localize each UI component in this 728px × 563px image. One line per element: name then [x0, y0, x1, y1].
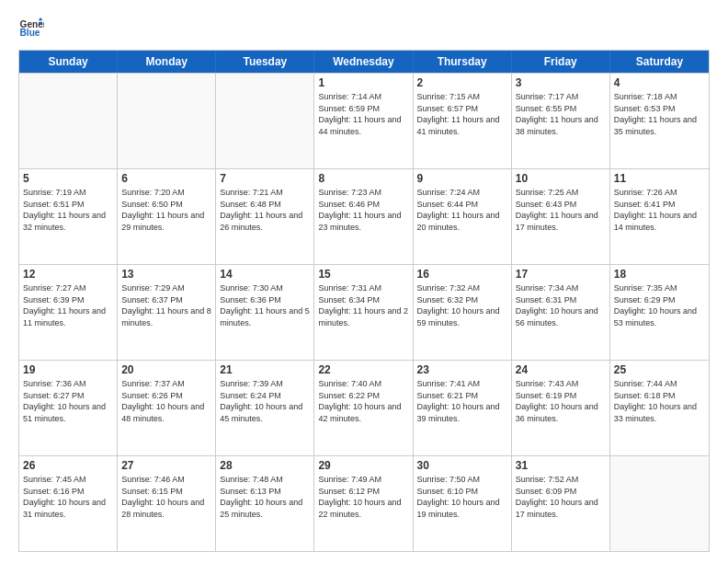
cal-cell-2-4: 16 Sunrise: 7:32 AMSunset: 6:32 PMDaylig… — [414, 265, 512, 360]
cell-info: Sunrise: 7:41 AMSunset: 6:21 PMDaylight:… — [417, 378, 507, 424]
header-thursday: Thursday — [414, 51, 512, 73]
header-monday: Monday — [118, 51, 216, 73]
cal-row-2: 12 Sunrise: 7:27 AMSunset: 6:39 PMDaylig… — [19, 264, 709, 360]
cal-cell-4-5: 31 Sunrise: 7:52 AMSunset: 6:09 PMDaylig… — [512, 456, 610, 551]
cell-info: Sunrise: 7:26 AMSunset: 6:41 PMDaylight:… — [614, 187, 705, 233]
cell-info: Sunrise: 7:44 AMSunset: 6:18 PMDaylight:… — [614, 378, 705, 424]
cell-info: Sunrise: 7:40 AMSunset: 6:22 PMDaylight:… — [318, 378, 408, 424]
day-number: 26 — [23, 459, 113, 472]
day-number: 16 — [417, 268, 507, 281]
header-saturday: Saturday — [610, 51, 709, 73]
day-number: 10 — [516, 172, 606, 185]
cal-cell-4-2: 28 Sunrise: 7:48 AMSunset: 6:13 PMDaylig… — [216, 456, 314, 551]
cell-info: Sunrise: 7:21 AMSunset: 6:48 PMDaylight:… — [220, 187, 310, 233]
day-number: 24 — [516, 363, 606, 376]
cal-cell-3-5: 24 Sunrise: 7:43 AMSunset: 6:19 PMDaylig… — [512, 361, 610, 455]
cell-info: Sunrise: 7:19 AMSunset: 6:51 PMDaylight:… — [23, 187, 113, 233]
day-number: 3 — [516, 76, 606, 89]
cell-info: Sunrise: 7:32 AMSunset: 6:32 PMDaylight:… — [417, 282, 507, 328]
cell-info: Sunrise: 7:24 AMSunset: 6:44 PMDaylight:… — [417, 187, 507, 233]
cal-cell-1-2: 7 Sunrise: 7:21 AMSunset: 6:48 PMDayligh… — [216, 169, 314, 264]
cal-cell-0-2 — [216, 74, 314, 168]
cal-cell-4-4: 30 Sunrise: 7:50 AMSunset: 6:10 PMDaylig… — [414, 456, 512, 551]
header-friday: Friday — [512, 51, 610, 73]
cal-cell-1-5: 10 Sunrise: 7:25 AMSunset: 6:43 PMDaylig… — [512, 169, 610, 264]
cal-cell-2-6: 18 Sunrise: 7:35 AMSunset: 6:29 PMDaylig… — [610, 265, 709, 360]
day-number: 14 — [220, 268, 310, 281]
cell-info: Sunrise: 7:34 AMSunset: 6:31 PMDaylight:… — [516, 282, 606, 328]
day-number: 15 — [318, 268, 408, 281]
day-number: 8 — [318, 172, 408, 185]
cal-cell-3-2: 21 Sunrise: 7:39 AMSunset: 6:24 PMDaylig… — [216, 361, 314, 455]
day-number: 18 — [614, 268, 705, 281]
cell-info: Sunrise: 7:18 AMSunset: 6:53 PMDaylight:… — [614, 91, 705, 137]
cell-info: Sunrise: 7:39 AMSunset: 6:24 PMDaylight:… — [220, 378, 310, 424]
day-number: 31 — [516, 459, 606, 472]
logo-icon: General Blue — [18, 15, 44, 40]
cal-cell-0-3: 1 Sunrise: 7:14 AMSunset: 6:59 PMDayligh… — [314, 74, 413, 168]
cal-cell-2-0: 12 Sunrise: 7:27 AMSunset: 6:39 PMDaylig… — [19, 265, 118, 360]
cal-cell-1-6: 11 Sunrise: 7:26 AMSunset: 6:41 PMDaylig… — [610, 169, 709, 264]
cal-row-4: 26 Sunrise: 7:45 AMSunset: 6:16 PMDaylig… — [19, 455, 709, 551]
day-number: 1 — [318, 76, 408, 89]
cell-info: Sunrise: 7:48 AMSunset: 6:13 PMDaylight:… — [220, 474, 310, 520]
day-number: 21 — [220, 363, 310, 376]
calendar-header: Sunday Monday Tuesday Wednesday Thursday… — [19, 51, 709, 73]
day-number: 23 — [417, 363, 507, 376]
day-number: 7 — [220, 172, 310, 185]
day-number: 29 — [318, 459, 408, 472]
header-tuesday: Tuesday — [216, 51, 314, 73]
cell-info: Sunrise: 7:23 AMSunset: 6:46 PMDaylight:… — [318, 187, 408, 233]
cal-cell-1-1: 6 Sunrise: 7:20 AMSunset: 6:50 PMDayligh… — [118, 169, 216, 264]
cell-info: Sunrise: 7:17 AMSunset: 6:55 PMDaylight:… — [516, 91, 606, 137]
cal-cell-1-4: 9 Sunrise: 7:24 AMSunset: 6:44 PMDayligh… — [414, 169, 512, 264]
cal-cell-1-3: 8 Sunrise: 7:23 AMSunset: 6:46 PMDayligh… — [314, 169, 413, 264]
cal-cell-0-5: 3 Sunrise: 7:17 AMSunset: 6:55 PMDayligh… — [512, 74, 610, 168]
day-number: 17 — [516, 268, 606, 281]
cell-info: Sunrise: 7:43 AMSunset: 6:19 PMDaylight:… — [516, 378, 606, 424]
header: General Blue — [18, 15, 710, 40]
cell-info: Sunrise: 7:31 AMSunset: 6:34 PMDaylight:… — [318, 282, 408, 328]
header-sunday: Sunday — [19, 51, 118, 73]
cell-info: Sunrise: 7:50 AMSunset: 6:10 PMDaylight:… — [417, 474, 507, 520]
cell-info: Sunrise: 7:29 AMSunset: 6:37 PMDaylight:… — [121, 282, 211, 328]
calendar-body: 1 Sunrise: 7:14 AMSunset: 6:59 PMDayligh… — [19, 73, 709, 551]
cell-info: Sunrise: 7:25 AMSunset: 6:43 PMDaylight:… — [516, 187, 606, 233]
cell-info: Sunrise: 7:27 AMSunset: 6:39 PMDaylight:… — [23, 282, 113, 328]
day-number: 13 — [121, 268, 211, 281]
cal-row-3: 19 Sunrise: 7:36 AMSunset: 6:27 PMDaylig… — [19, 360, 709, 455]
page: General Blue Sunday Monday Tuesday Wedne… — [0, 0, 728, 563]
cal-row-1: 5 Sunrise: 7:19 AMSunset: 6:51 PMDayligh… — [19, 168, 709, 264]
cell-info: Sunrise: 7:36 AMSunset: 6:27 PMDaylight:… — [23, 378, 113, 424]
cell-info: Sunrise: 7:46 AMSunset: 6:15 PMDaylight:… — [121, 474, 211, 520]
cell-info: Sunrise: 7:35 AMSunset: 6:29 PMDaylight:… — [614, 282, 705, 328]
day-number: 6 — [121, 172, 211, 185]
day-number: 4 — [614, 76, 705, 89]
cell-info: Sunrise: 7:15 AMSunset: 6:57 PMDaylight:… — [417, 91, 507, 137]
day-number: 20 — [121, 363, 211, 376]
cal-cell-2-2: 14 Sunrise: 7:30 AMSunset: 6:36 PMDaylig… — [216, 265, 314, 360]
calendar: Sunday Monday Tuesday Wednesday Thursday… — [18, 50, 710, 552]
day-number: 30 — [417, 459, 507, 472]
cal-cell-0-1 — [118, 74, 216, 168]
cal-cell-2-5: 17 Sunrise: 7:34 AMSunset: 6:31 PMDaylig… — [512, 265, 610, 360]
day-number: 5 — [23, 172, 113, 185]
cell-info: Sunrise: 7:45 AMSunset: 6:16 PMDaylight:… — [23, 474, 113, 520]
cal-cell-4-3: 29 Sunrise: 7:49 AMSunset: 6:12 PMDaylig… — [314, 456, 413, 551]
cal-cell-3-1: 20 Sunrise: 7:37 AMSunset: 6:26 PMDaylig… — [118, 361, 216, 455]
day-number: 12 — [23, 268, 113, 281]
cell-info: Sunrise: 7:14 AMSunset: 6:59 PMDaylight:… — [318, 91, 408, 137]
cal-cell-0-6: 4 Sunrise: 7:18 AMSunset: 6:53 PMDayligh… — [610, 74, 709, 168]
svg-text:Blue: Blue — [20, 28, 40, 38]
cal-cell-2-1: 13 Sunrise: 7:29 AMSunset: 6:37 PMDaylig… — [118, 265, 216, 360]
cell-info: Sunrise: 7:49 AMSunset: 6:12 PMDaylight:… — [318, 474, 408, 520]
header-wednesday: Wednesday — [314, 51, 413, 73]
day-number: 22 — [318, 363, 408, 376]
cal-cell-1-0: 5 Sunrise: 7:19 AMSunset: 6:51 PMDayligh… — [19, 169, 118, 264]
logo: General Blue — [18, 15, 48, 40]
cal-cell-3-3: 22 Sunrise: 7:40 AMSunset: 6:22 PMDaylig… — [314, 361, 413, 455]
day-number: 2 — [417, 76, 507, 89]
day-number: 25 — [614, 363, 705, 376]
day-number: 11 — [614, 172, 705, 185]
cal-row-0: 1 Sunrise: 7:14 AMSunset: 6:59 PMDayligh… — [19, 73, 709, 168]
